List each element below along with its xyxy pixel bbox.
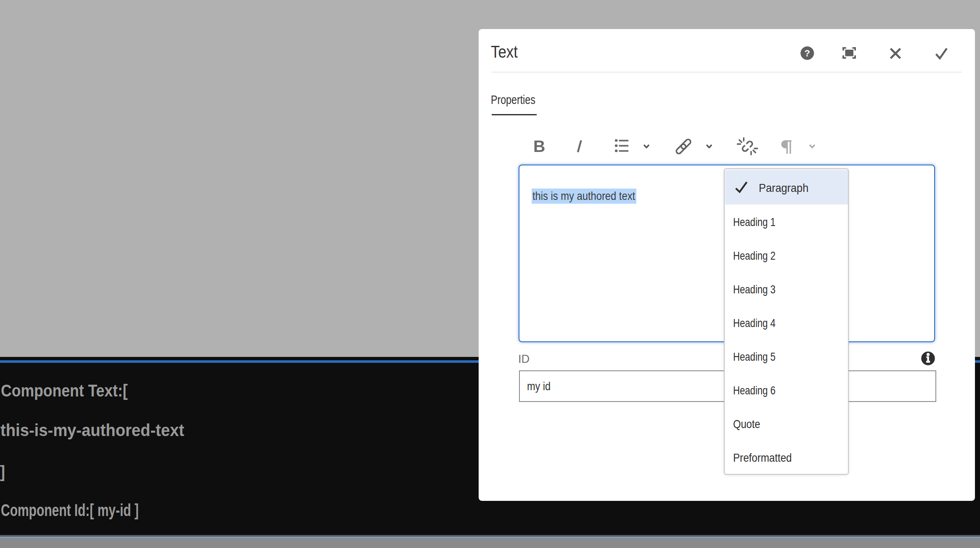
svg-text:?: ? xyxy=(805,48,810,59)
